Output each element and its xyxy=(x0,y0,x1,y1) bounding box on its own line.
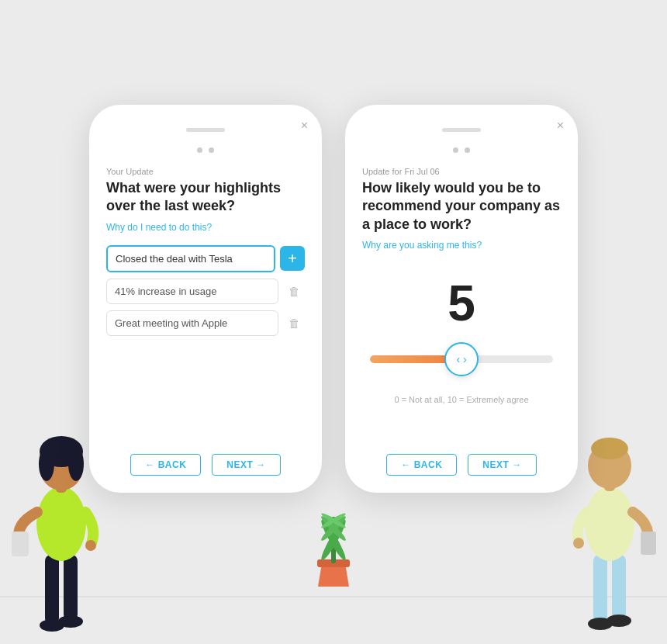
svg-point-19 xyxy=(591,438,628,459)
phone2-close-button[interactable]: × xyxy=(557,119,564,133)
phone2-dot-1 xyxy=(453,147,458,153)
svg-rect-20 xyxy=(641,531,656,555)
svg-rect-0 xyxy=(45,555,59,625)
plant-illustration xyxy=(306,501,361,597)
svg-point-11 xyxy=(85,540,96,551)
phone2-rating-value: 5 xyxy=(362,279,561,328)
svg-rect-10 xyxy=(12,531,29,556)
phone2-slider[interactable]: ‹ › xyxy=(370,341,553,378)
phone2-next-button[interactable]: NEXT → xyxy=(468,454,536,476)
phone1-nav: ← BACK NEXT → xyxy=(106,435,305,476)
phone2-nav: ← BACK NEXT → xyxy=(362,435,561,476)
svg-point-16 xyxy=(585,486,634,561)
svg-rect-12 xyxy=(593,555,607,623)
phone1-highlight-input-1[interactable] xyxy=(106,245,275,272)
phone2-why-link[interactable]: Why are you asking me this? xyxy=(362,240,561,251)
phone1-highlight-input-2[interactable] xyxy=(106,279,278,304)
phones-container: × Your Update What were your highlights … xyxy=(89,105,578,493)
svg-rect-1 xyxy=(64,555,78,621)
phone1-highlight-row-2: 🗑 xyxy=(106,279,305,304)
slider-arrows-icon: ‹ › xyxy=(456,353,466,365)
phone1-highlight-input-3[interactable] xyxy=(106,310,278,336)
svg-point-21 xyxy=(573,538,584,549)
phone2-slider-thumb[interactable]: ‹ › xyxy=(444,342,479,376)
phone1-add-button[interactable]: + xyxy=(280,246,305,271)
svg-point-8 xyxy=(39,447,54,481)
phone1-question: What were your highlights over the last … xyxy=(106,179,305,216)
phone1-highlight-row-3: 🗑 xyxy=(106,310,305,336)
phone1-dot-2 xyxy=(209,147,214,153)
phone-1: × Your Update What were your highlights … xyxy=(89,105,322,493)
phone1-next-button[interactable]: NEXT → xyxy=(212,454,280,476)
phone2-update-label: Update for Fri Jul 06 xyxy=(362,167,561,176)
svg-point-4 xyxy=(36,486,86,561)
phone1-dot-1 xyxy=(197,147,202,153)
phone2-dot-2 xyxy=(465,147,470,153)
phone1-delete-button-3[interactable]: 🗑 xyxy=(283,312,305,334)
scene: × Your Update What were your highlights … xyxy=(0,0,667,644)
phone2-slider-hint: 0 = Not at all, 10 = Extremely agree xyxy=(362,395,561,404)
phone1-top-bar xyxy=(106,147,305,153)
phone1-delete-button-2[interactable]: 🗑 xyxy=(283,280,305,302)
phone2-top-bar xyxy=(362,147,561,153)
phone1-close-button[interactable]: × xyxy=(301,119,308,133)
svg-rect-13 xyxy=(612,555,626,620)
phone1-back-button[interactable]: ← BACK xyxy=(130,454,201,476)
plant-svg xyxy=(306,501,361,594)
phone2-question: How likely would you be to recommend you… xyxy=(362,179,561,234)
phone-2: × Update for Fri Jul 06 How likely would… xyxy=(345,105,578,493)
phone1-why-link[interactable]: Why do I need to do this? xyxy=(106,222,305,233)
svg-point-9 xyxy=(68,447,84,481)
phone1-update-label: Your Update xyxy=(106,167,305,176)
phone1-highlight-row-1: + xyxy=(106,245,305,272)
svg-point-15 xyxy=(607,615,631,627)
phone2-back-button[interactable]: ← BACK xyxy=(386,454,457,476)
svg-point-3 xyxy=(58,615,83,628)
